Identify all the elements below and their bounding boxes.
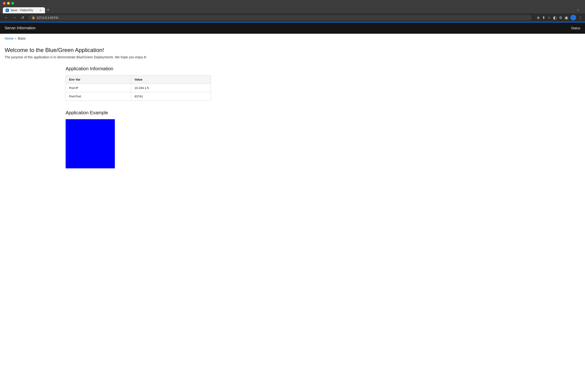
app-example-title: Application Example [66, 110, 580, 116]
table-row: Pod IP 10.244.1.5 [66, 84, 211, 92]
traffic-lights [3, 2, 582, 5]
browser-dropdown-icon[interactable]: ⌄ [573, 7, 582, 13]
profile-avatar[interactable] [570, 15, 576, 20]
app-example-section: Application Example [66, 110, 580, 168]
blue-box [66, 119, 115, 168]
puzzle-icon[interactable]: ⚙ [559, 16, 562, 20]
minimize-traffic-light[interactable] [7, 2, 10, 5]
translate-icon[interactable]: ⊕ [537, 16, 540, 20]
refresh-button[interactable]: ↺ [20, 15, 26, 20]
breadcrumb-separator: » [15, 37, 17, 40]
toolbar-icons: ⊕ ⬆ ☆ ◧ ⚙ ▣ ⋮ [537, 15, 582, 20]
info-table: Env Var Value Pod IP 10.244.1.5 Pod Port… [66, 75, 211, 101]
app-nav-status[interactable]: Status [571, 26, 580, 30]
table-header-value: Value [131, 76, 211, 84]
table-cell-value: 10.244.1.5 [131, 84, 211, 92]
maximize-traffic-light[interactable] [11, 2, 14, 5]
lock-icon: 🔒 [32, 16, 35, 19]
main-content: Welcome to the Blue/Green Application! T… [0, 43, 585, 172]
browser-chrome: P Basic - PatternFly × + ⌄ ← → ↺ 🔒 127.0… [0, 0, 585, 22]
menu-icon[interactable]: ⋮ [578, 16, 582, 20]
extension1-icon[interactable]: ◧ [553, 16, 557, 20]
app-info-section: Application Information Env Var Value Po… [5, 66, 580, 101]
address-bar[interactable]: 🔒 127.0.0.1:63741 [28, 15, 531, 20]
forward-button[interactable]: → [11, 15, 18, 20]
app-nav-title: Server Information [5, 26, 36, 30]
table-row: Pod Port 63741 [66, 92, 211, 101]
tab-favicon: P [6, 9, 9, 12]
app-nav: Server Information Status [0, 22, 585, 34]
share-icon[interactable]: ⬆ [542, 16, 545, 20]
app-info-title: Application Information [66, 66, 580, 72]
table-cell-value: 63741 [131, 92, 211, 101]
table-cell-envvar: Pod Port [66, 92, 131, 101]
table-cell-envvar: Pod IP [66, 84, 131, 92]
address-bar-row: ← → ↺ 🔒 127.0.0.1:63741 ⊕ ⬆ ☆ ◧ ⚙ ▣ ⋮ [0, 13, 585, 22]
tab-label: Basic - PatternFly [11, 9, 37, 12]
breadcrumb-current: Basic [18, 36, 26, 40]
table-header-envvar: Env Var [66, 76, 131, 84]
page-heading: Welcome to the Blue/Green Application! [5, 47, 580, 54]
page-description: The purpose of this application is to de… [5, 55, 580, 59]
breadcrumb: Home » Basic [0, 34, 585, 43]
breadcrumb-home-link[interactable]: Home [5, 36, 13, 40]
back-button[interactable]: ← [3, 15, 9, 20]
close-traffic-light[interactable] [3, 2, 6, 5]
split-icon[interactable]: ▣ [565, 16, 568, 20]
bookmark-icon[interactable]: ☆ [547, 16, 551, 20]
address-text: 127.0.0.1:63741 [37, 16, 59, 20]
tab-close-button[interactable]: × [39, 9, 42, 12]
nav-buttons: ← → ↺ [3, 15, 26, 20]
browser-tab[interactable]: P Basic - PatternFly × [3, 7, 45, 13]
new-tab-button[interactable]: + [45, 6, 51, 13]
